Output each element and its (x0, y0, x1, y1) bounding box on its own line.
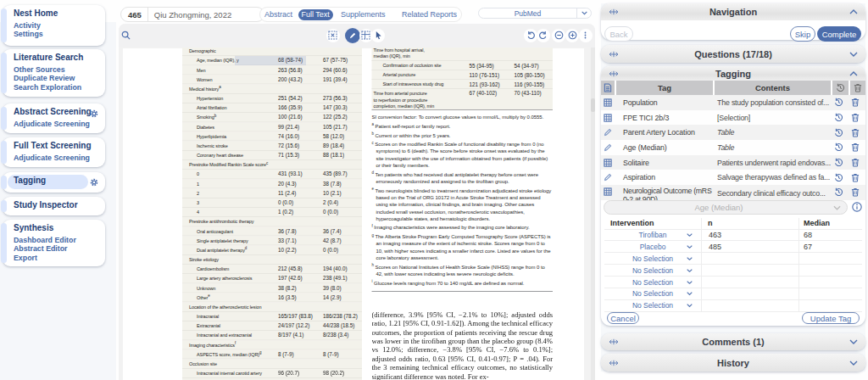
history-icon[interactable] (831, 128, 847, 137)
sidebar-subitem-abstract-editor[interactable]: Abstract Editor (14, 244, 100, 253)
tab-supplements[interactable]: Supplements (341, 8, 386, 21)
navigation-header[interactable]: Navigation (601, 3, 865, 20)
drag-handle-icon[interactable] (609, 70, 619, 77)
intervention-select[interactable]: No Selection (604, 253, 701, 264)
tag-row-7[interactable]: Neurological Outcome (mRS 0-2 at 90D)Sec… (601, 185, 865, 200)
trash-icon[interactable] (847, 173, 864, 182)
sidebar-subitem-duplicate-review[interactable]: Duplicate Review (14, 74, 100, 82)
update-tag-button[interactable]: Update Tag (802, 312, 860, 324)
select-text-icon[interactable] (326, 29, 340, 42)
n-value[interactable] (701, 253, 798, 264)
pdf-scrollbar-thumb[interactable] (591, 98, 595, 112)
history-icon[interactable] (832, 81, 849, 95)
kebab-menu-icon[interactable] (579, 29, 593, 42)
tag-row-1[interactable]: PopulationThe study population consisted… (601, 95, 865, 110)
tag-row-5[interactable]: SolitairePatients underwent rapid endova… (601, 155, 865, 170)
search-icon[interactable] (121, 31, 131, 40)
back-button[interactable]: Back (604, 26, 633, 42)
median-value[interactable]: 67 (798, 241, 862, 252)
drag-handle-icon[interactable] (609, 338, 619, 345)
drag-handle-icon[interactable] (609, 360, 619, 366)
median-value[interactable]: 68 (798, 230, 862, 241)
sidebar-item-abstract-screening[interactable]: Abstract Screening (14, 107, 100, 118)
tag-row-2[interactable]: FPE TICI 2b/3[Selection] (601, 110, 865, 126)
intervention-select[interactable]: Tirofiban (604, 230, 701, 241)
trash-icon[interactable] (847, 98, 864, 107)
chevron-up-icon[interactable] (849, 9, 858, 14)
n-value[interactable]: 485 (701, 241, 798, 252)
study-reference-pill[interactable]: 465 Qiu Zhongming, 2022 (120, 7, 264, 22)
sidebar-item-tagging[interactable]: Tagging (14, 176, 100, 187)
sidebar-item-synthesis[interactable]: Synthesis (14, 223, 100, 234)
intervention-select[interactable]: Placebo (604, 241, 701, 252)
gear-icon[interactable] (90, 178, 98, 187)
tab-related-reports[interactable]: Related Reports (402, 8, 457, 21)
info-icon[interactable] (852, 202, 862, 212)
history-header[interactable]: History (601, 354, 865, 372)
tab-full-text[interactable]: Full Text (298, 9, 333, 20)
comments-panel[interactable]: Comments (1) (601, 333, 865, 350)
tag-row-4[interactable]: Age (Median)Table (601, 140, 865, 155)
sidebar-item-nest-home[interactable]: Nest Home (14, 8, 100, 20)
chevron-down-icon[interactable] (849, 52, 858, 57)
n-value[interactable] (701, 300, 798, 311)
sidebar-item-study-inspector[interactable]: Study Inspector (14, 200, 100, 211)
rotate-right-icon[interactable] (537, 29, 550, 42)
sidebar-item-full-text-screening[interactable]: Full Text Screening (14, 141, 100, 152)
sidebar-subitem-export[interactable]: Export (14, 254, 100, 262)
sidebar-subitem-adjudicate-screening[interactable]: Adjudicate Screening (14, 154, 100, 162)
sidebar-subitem-search-exploration[interactable]: Search Exploration (14, 83, 100, 92)
history-icon[interactable] (831, 185, 847, 197)
n-value[interactable] (701, 288, 798, 299)
median-value[interactable] (798, 265, 862, 276)
zoom-out-icon[interactable] (552, 29, 565, 42)
intervention-select[interactable]: No Selection (604, 265, 701, 276)
zoom-in-icon[interactable] (565, 29, 579, 42)
sidebar-subitem-settings[interactable]: Settings (14, 30, 100, 38)
intervention-select[interactable]: No Selection (604, 300, 701, 311)
history-panel[interactable]: History (601, 354, 865, 372)
trash-icon[interactable] (850, 81, 865, 95)
history-icon[interactable] (831, 98, 847, 107)
n-value[interactable]: 463 (701, 230, 798, 241)
highlighter-icon[interactable] (345, 28, 360, 43)
rotate-left-icon[interactable] (524, 29, 537, 42)
median-value[interactable] (798, 277, 862, 288)
sidebar-subitem-other-sources[interactable]: Other Sources (14, 65, 100, 74)
tag-select[interactable]: Age (Median) (604, 200, 848, 215)
cancel-button[interactable]: Cancel (607, 312, 639, 324)
history-icon[interactable] (831, 142, 847, 152)
sidebar-subitem-dashboard-editor[interactable]: Dashboard Editor (14, 236, 100, 244)
intervention-select[interactable]: No Selection (604, 277, 701, 288)
drag-handle-icon[interactable] (609, 8, 619, 15)
median-value[interactable] (798, 300, 862, 311)
trash-icon[interactable] (847, 185, 864, 197)
skip-button[interactable]: Skip (790, 26, 815, 42)
note-icon[interactable] (601, 81, 615, 95)
sidebar-subitem-adjudicate-screening[interactable]: Adjudicate Screening (14, 120, 100, 128)
chevron-down-icon[interactable] (577, 11, 591, 15)
chevron-up-icon[interactable] (849, 71, 858, 76)
chevron-down-icon[interactable] (849, 360, 858, 366)
sidebar-subitem-activity[interactable]: Activity (14, 21, 100, 30)
chevron-down-icon[interactable] (849, 339, 858, 344)
trash-icon[interactable] (847, 128, 864, 137)
n-value[interactable] (701, 277, 798, 288)
median-value[interactable] (798, 253, 862, 264)
source-select[interactable]: PubMed (478, 8, 592, 19)
comments-header[interactable]: Comments (1) (601, 333, 865, 350)
drag-handle-icon[interactable] (609, 51, 619, 58)
sidebar-item-literature-search[interactable]: Literature Search (14, 53, 100, 64)
history-icon[interactable] (831, 113, 847, 122)
median-value[interactable] (798, 288, 862, 299)
trash-icon[interactable] (847, 142, 864, 152)
tagging-header[interactable]: Tagging (601, 66, 865, 81)
intervention-select[interactable]: No Selection (604, 288, 701, 299)
history-icon[interactable] (831, 173, 847, 182)
gear-icon[interactable] (90, 109, 98, 118)
questions-header[interactable]: Questions (17/18) (601, 45, 865, 63)
trash-icon[interactable] (847, 113, 864, 122)
history-icon[interactable] (831, 158, 847, 167)
tag-row-6[interactable]: AspirationSalvage therapywas defined as … (601, 170, 865, 185)
complete-button[interactable]: Complete (817, 26, 861, 42)
